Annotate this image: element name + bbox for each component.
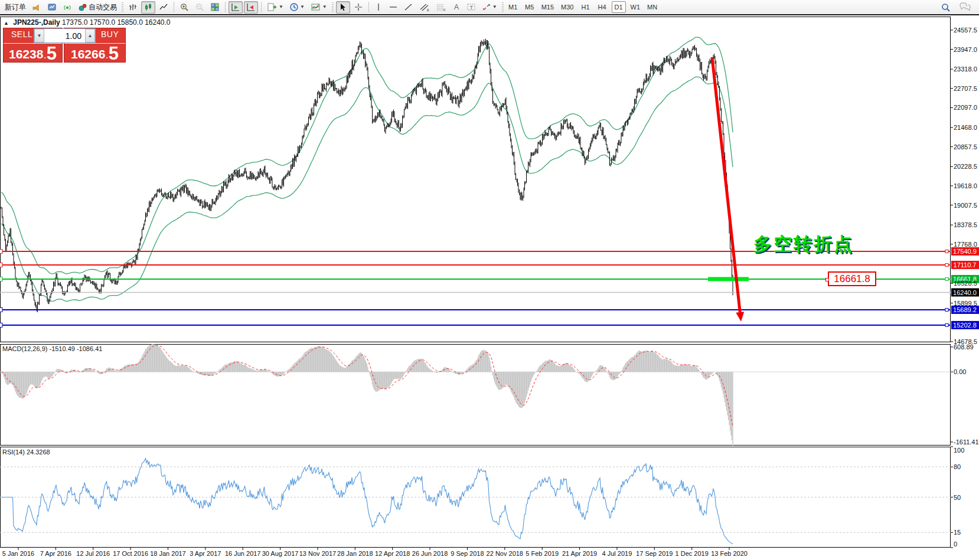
price-tag-label: 15689.2	[953, 306, 977, 313]
price-axis-label: 19618.0	[954, 182, 977, 189]
date-axis-label: 7 Apr 2016	[40, 550, 71, 557]
line-anchor-square[interactable]	[945, 277, 948, 280]
date-axis-label: 4 Jul 2019	[602, 550, 632, 557]
date-axis-label: 16 Jun 2017	[225, 550, 261, 557]
rsi-axis-label: 80	[954, 463, 961, 470]
date-axis-label: 17 Oct 2016	[113, 550, 148, 557]
date-axis-label: 21 Apr 2019	[562, 550, 597, 557]
price-tag-label: 15202.8	[953, 322, 977, 329]
date-axis-label: 5 Feb 2019	[526, 550, 559, 557]
date-axis-label: 5 Jan 2016	[2, 550, 34, 557]
volume-decrease-button[interactable]: ▼	[34, 29, 44, 42]
line-anchor-square[interactable]	[945, 250, 948, 253]
date-axis-label: 22 Nov 2018	[487, 550, 523, 557]
macd-axis-label: -1611.41	[954, 438, 979, 446]
date-axis-label: 13 Nov 2017	[299, 550, 336, 557]
rsi-indicator-label: RSI(14) 24.3268	[2, 448, 50, 456]
date-axis-label: 18 Jan 2017	[150, 550, 186, 557]
price-axis-label: 24557.5	[954, 27, 977, 34]
macd-signal-line	[1, 346, 733, 427]
volume-control: ▼ 1.00 ▲	[34, 28, 96, 43]
date-axis-label: 12 Jul 2016	[76, 550, 110, 557]
price-axis-label: 20228.5	[954, 163, 977, 170]
price-axis-label: 23947.0	[954, 46, 977, 53]
price-axis-label: 20857.5	[954, 143, 977, 150]
date-axis-label: 12 Apr 2018	[375, 550, 410, 557]
price-axis-label: 18378.5	[954, 221, 977, 228]
sell-label[interactable]: SELL	[11, 30, 32, 39]
turning-point-annotation[interactable]: 多空转折点	[753, 232, 854, 257]
buy-price[interactable]: 16266.5	[64, 43, 125, 62]
chart-title: ▲ JPN225-,Daily 17375.0 17570.0 15850.0 …	[4, 18, 171, 27]
line-anchor-square[interactable]	[0, 307, 2, 312]
chart-symbol-period: JPN225-,Daily	[13, 18, 60, 27]
price-axis-label: 21468.0	[954, 124, 977, 131]
macd-indicator-label: MACD(12,26,9) -1510.49 -1086.41	[2, 345, 102, 352]
rsi-line	[1, 459, 733, 544]
sell-price-big-digit: 5	[47, 45, 57, 62]
price-axis-label: 22707.5	[954, 85, 977, 92]
buy-price-main: 16266	[71, 47, 105, 62]
highlight-segment[interactable]	[708, 277, 749, 281]
date-axis-label: 1 Dec 2019	[675, 550, 709, 557]
macd-axis-label: 608.89	[954, 343, 974, 351]
buy-price-dot: .	[106, 50, 107, 62]
price-axis-label: 19007.5	[954, 202, 977, 209]
chart-ohlc-values: 17375.0 17570.0 15850.0 16240.0	[62, 18, 171, 27]
date-axis-label: 9 Sep 2018	[451, 550, 484, 557]
floating-price-value: 16661.8	[834, 273, 870, 285]
candlestick-series	[1, 39, 733, 313]
date-axis-label: 13 Feb 2020	[711, 550, 748, 557]
date-axis-label: 28 Jan 2018	[337, 550, 373, 557]
line-anchor-square[interactable]	[0, 323, 2, 327]
sell-price[interactable]: 16238.5	[4, 43, 62, 62]
tag-anchor-square	[825, 278, 829, 281]
price-axis-label: 22097.0	[954, 104, 977, 111]
trend-arrow-line[interactable]	[712, 57, 740, 312]
line-anchor-square[interactable]	[0, 263, 2, 267]
rsi-axis-label: 50	[954, 494, 961, 501]
line-anchor-square[interactable]	[945, 263, 948, 266]
rsi-axis-label: 0	[954, 541, 957, 548]
line-anchor-square[interactable]	[0, 249, 2, 253]
buy-label[interactable]: BUY	[101, 30, 119, 39]
line-anchor-square[interactable]	[945, 308, 948, 311]
buy-price-big-digit: 5	[109, 45, 119, 62]
price-axis-label: 15899.5	[954, 300, 977, 307]
line-anchor-square[interactable]	[945, 323, 948, 326]
price-tag-label: 17110.7	[954, 261, 977, 268]
floating-price-tag[interactable]: 16661.8	[828, 271, 876, 286]
macd-axis-label: 0.00	[954, 368, 966, 375]
macd-histogram	[1, 344, 733, 446]
rsi-axis-label: 100	[954, 447, 964, 454]
price-axis-label: 23318.0	[954, 66, 977, 73]
volume-increase-button[interactable]: ▲	[85, 29, 95, 42]
sell-price-dot: .	[44, 50, 45, 62]
envelope-upper-band	[1, 37, 733, 274]
trend-arrow-head[interactable]	[736, 312, 744, 322]
price-axis-label: 16528.5	[954, 280, 977, 287]
line-anchor-square[interactable]	[0, 277, 2, 281]
one-click-trade-panel: SELL BUY 16238.5 16266.5 ▼ 1.00 ▲	[3, 28, 126, 63]
price-axis-label: 17768.0	[954, 241, 977, 248]
date-axis-label: 17 Sep 2019	[636, 550, 673, 557]
rsi-axis-label: 15	[954, 529, 961, 536]
date-axis-label: 3 Apr 2017	[190, 550, 221, 557]
date-axis-label: 30 Aug 2017	[262, 550, 299, 557]
sell-price-main: 16238	[9, 47, 43, 62]
price-tag-label: 17540.9	[953, 248, 977, 255]
collapse-chart-icon[interactable]: ▲	[4, 20, 9, 26]
price-tag-label: 16240.0	[953, 289, 977, 296]
date-axis-label: 26 Jun 2018	[412, 550, 448, 557]
volume-input[interactable]: 1.00	[44, 29, 85, 42]
